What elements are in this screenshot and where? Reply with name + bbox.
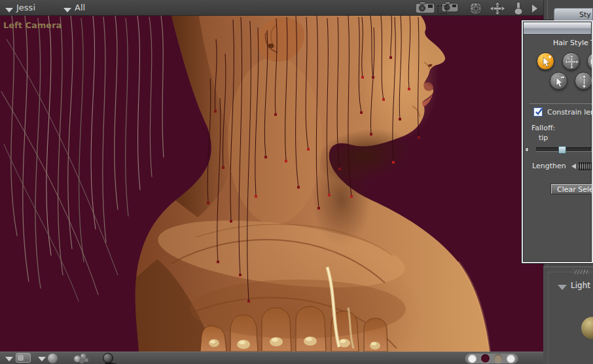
slider-end-cap — [525, 147, 529, 152]
viewport-3d[interactable]: Left Camera — [0, 16, 543, 352]
display-style-dropdown-icon[interactable] — [5, 357, 13, 361]
clear-selection-button[interactable]: Clear Selec — [550, 183, 593, 194]
more-arrow-icon[interactable] — [532, 5, 537, 12]
separator — [530, 103, 592, 105]
translate-vertical-tool-button[interactable] — [575, 72, 592, 90]
translate-tool-button[interactable] — [562, 52, 580, 70]
panel-titlebar[interactable] — [524, 22, 591, 35]
falloff-label: Falloff: — [531, 124, 555, 132]
trackball-icon[interactable] — [469, 1, 483, 18]
light-control-ball[interactable] — [581, 317, 593, 339]
lengthen-dial[interactable] — [578, 162, 593, 170]
camera-icon[interactable] — [415, 1, 435, 16]
actor-selector-label: Jessi — [16, 3, 35, 12]
hair-style-tool-panel: Hair Style T — [522, 20, 593, 263]
document-style-icon[interactable] — [16, 353, 31, 363]
light-controls-panel: Light — [543, 266, 593, 364]
falloff-slider-handle[interactable] — [558, 146, 566, 154]
color-swatch[interactable] — [468, 354, 476, 363]
collapse-arrow-icon — [558, 285, 567, 290]
remove-selection-tool-button[interactable] — [550, 72, 567, 90]
color-swatch[interactable] — [481, 354, 490, 363]
light-section-header[interactable]: Light — [558, 283, 590, 292]
constrain-length-checkbox[interactable] — [533, 107, 543, 117]
hand-icon[interactable] — [512, 1, 524, 18]
element-selector-label: All — [75, 3, 85, 12]
shaded-style-dropdown-icon[interactable] — [38, 357, 46, 361]
bottom-toolbar — [0, 352, 543, 364]
falloff-slider[interactable] — [536, 147, 592, 152]
multi-sphere-icon[interactable] — [72, 353, 90, 364]
move-icon[interactable] — [488, 1, 507, 18]
color-swatch[interactable] — [494, 354, 503, 363]
light-section-label: Light — [571, 281, 590, 290]
element-selector-dropdown[interactable]: All — [63, 5, 85, 15]
lengthen-label: Lengthen — [532, 162, 566, 170]
dial-arrow-icon — [571, 164, 576, 169]
falloff-value-label: tip — [539, 134, 548, 142]
color-swatch[interactable] — [507, 354, 515, 363]
actor-selector-dropdown[interactable]: Jessi — [5, 5, 35, 15]
camera-name-label: Left Camera — [3, 20, 62, 30]
constrain-length-checkbox-row[interactable]: Constrain leng — [533, 107, 593, 117]
panel-resize-grip[interactable] — [573, 270, 589, 274]
dropdown-arrow-icon — [5, 8, 13, 12]
tab-styling[interactable]: Sty — [554, 8, 593, 20]
shaded-sphere-icon[interactable] — [48, 354, 58, 363]
constrain-length-label: Constrain leng — [547, 108, 593, 117]
panel-title: Hair Style T — [553, 39, 593, 47]
scene-render — [0, 16, 543, 352]
add-selection-tool-button[interactable] — [537, 52, 554, 70]
rotate-tool-button[interactable] — [587, 52, 593, 70]
top-toolbar: Jessi All — [0, 0, 543, 16]
app-window: Left Camera — [0, 0, 593, 364]
camera-select-icon[interactable] — [437, 1, 459, 18]
shadow-sphere-icon[interactable] — [101, 353, 120, 364]
dropdown-arrow-icon — [63, 8, 71, 12]
scene-color-swatches — [465, 353, 518, 364]
